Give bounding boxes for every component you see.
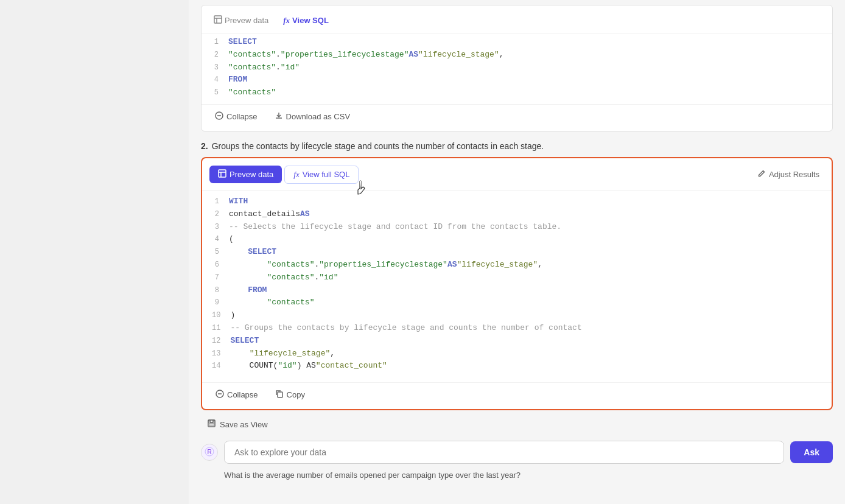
top-download-button[interactable]: Download as CSV [271, 110, 354, 124]
main-code-line-8: 8 FROM [212, 284, 822, 297]
code-line-2: 2 "contacts"."properties_lifecyclestage"… [211, 49, 822, 61]
adjust-results-button[interactable]: Adjust Results [752, 166, 824, 183]
main-sql-block: Prevew data fx View full SQL Adjust Resu… [201, 157, 833, 410]
code-line-3: 3 "contacts"."id" [211, 61, 822, 74]
svg-rect-10 [278, 392, 282, 397]
fx-icon-top: fx [283, 16, 290, 26]
main-sql-code: 1 WITH 2 contact_details AS 3 -- Selects… [202, 191, 832, 377]
copy-button[interactable]: Copy [272, 388, 309, 402]
download-icon [275, 111, 283, 122]
main-sql-tab[interactable]: fx View full SQL [284, 166, 359, 184]
top-sql-tab[interactable]: fx View SQL [278, 13, 334, 28]
suggestion-text: What is the average number of emails ope… [224, 470, 833, 481]
code-line-4: 4 FROM [211, 74, 822, 86]
main-tab-group: Prevew data fx View full SQL [209, 166, 359, 184]
main-code-line-13: 13 "lifecycle_stage", [212, 348, 822, 360]
svg-rect-0 [214, 16, 222, 23]
main-block-toolbar: Collapse Copy [202, 382, 832, 404]
avatar: R [201, 444, 218, 461]
main-code-line-12: 12 SELECT [212, 335, 822, 348]
top-preview-tab[interactable]: Prevew data [209, 13, 273, 28]
top-sql-code: 1 SELECT 2 "contacts"."properties_lifecy… [202, 36, 832, 99]
save-icon [207, 419, 216, 430]
main-code-line-9: 9 "contacts" [212, 296, 822, 309]
top-sql-block: Prevew data fx View SQL 1 SELECT 2 "cont… [201, 5, 833, 131]
save-view-row: Save as View [201, 416, 833, 432]
fx-icon-main: fx [293, 170, 299, 180]
main-code-line-3: 3 -- Selects the lifecycle stage and con… [212, 221, 822, 234]
main-collapse-button[interactable]: Collapse [212, 388, 262, 402]
pencil-icon [757, 169, 766, 180]
main-code-line-4: 4 ( [212, 233, 822, 246]
collapse-icon-top [215, 111, 223, 122]
ask-input[interactable] [224, 441, 784, 464]
main-preview-tab[interactable]: Prevew data [209, 166, 282, 183]
svg-rect-5 [219, 170, 226, 177]
ask-area: R Ask [201, 441, 833, 464]
main-content: Prevew data fx View SQL 1 SELECT 2 "cont… [189, 0, 845, 504]
section2-label: 2. Groups the contacts by lifecycle stag… [201, 141, 833, 151]
main-code-line-7: 7 "contacts"."id" [212, 271, 822, 284]
ask-button[interactable]: Ask [790, 441, 833, 463]
main-code-line-10: 10 ) [212, 309, 822, 322]
main-code-line-1: 1 WITH [212, 195, 822, 208]
save-as-view-button[interactable]: Save as View [203, 416, 272, 432]
code-line-5: 5 "contacts" [211, 86, 822, 99]
table-icon-main [218, 169, 226, 180]
top-block-toolbar: Collapse Download as CSV [202, 104, 832, 126]
main-code-line-11: 11 -- Groups the contacts by lifecycle s… [212, 322, 822, 335]
collapse-icon-main [216, 390, 224, 400]
svg-text:R: R [207, 449, 211, 455]
main-sql-header: Prevew data fx View full SQL Adjust Resu… [202, 166, 832, 191]
top-collapse-button[interactable]: Collapse [211, 110, 261, 124]
main-code-line-2: 2 contact_details AS [212, 208, 822, 221]
main-code-line-5: 5 SELECT [212, 246, 822, 259]
main-code-line-14: 14 COUNT("id") AS "contact_count" [212, 360, 822, 373]
page-container: Prevew data fx View SQL 1 SELECT 2 "cont… [0, 0, 845, 504]
main-code-line-6: 6 "contacts"."properties_lifecyclestage"… [212, 259, 822, 271]
table-icon [214, 15, 222, 26]
copy-icon [275, 390, 284, 400]
sidebar [0, 0, 189, 504]
code-line-1: 1 SELECT [211, 36, 822, 49]
